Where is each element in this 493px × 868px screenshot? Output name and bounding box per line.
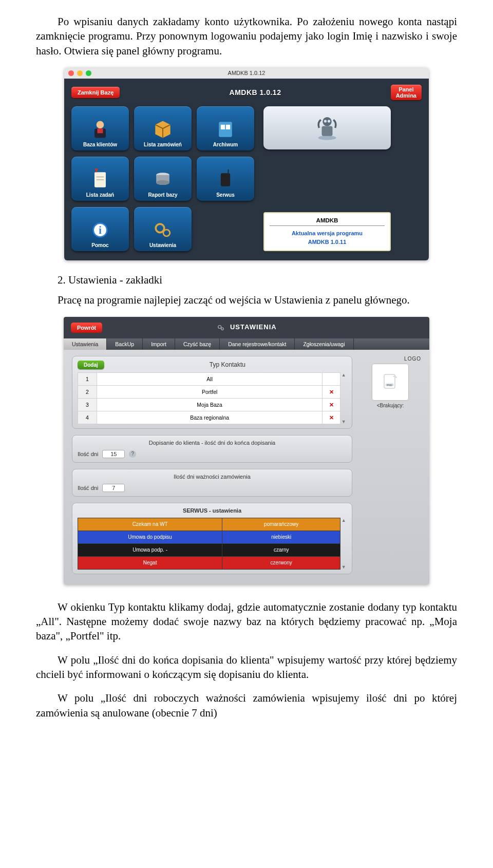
table-row[interactable]: 1All <box>78 372 340 385</box>
admin-line1: Panel <box>396 86 416 92</box>
status-name: Czekam na WT <box>78 518 222 531</box>
paragraph-sec2-intro: Pracę na programie najlepiej zacząć od w… <box>36 293 457 307</box>
row-name: Portfel <box>97 385 323 398</box>
table-row[interactable]: Czekam na WTpomarańczowy <box>78 518 340 531</box>
table-row[interactable]: 2Portfel✕ <box>78 385 340 398</box>
status-name: Umowa do podpisu <box>78 531 222 543</box>
orders-icon <box>151 119 174 140</box>
paragraph-ilosc-dni-dopis: W polu „Ilość dni do końca dopisania do … <box>36 653 457 682</box>
panel-serwus: SERWUS - ustawienia Czekam na WTpomarańc… <box>72 503 352 574</box>
row-num: 3 <box>78 398 97 411</box>
field-label: Ilość dni <box>78 451 98 457</box>
table-row[interactable]: Umowa podp. -czarny <box>78 543 340 556</box>
scrollbar[interactable]: ▲▼ <box>340 372 347 424</box>
svg-point-25 <box>221 328 224 330</box>
svg-text:i: i <box>99 224 102 236</box>
row-name: Baza regionalna <box>97 411 323 424</box>
field-label: Ilość dni <box>78 485 98 491</box>
serwus-color-table: Czekam na WTpomarańczowy Umowa do podpis… <box>78 518 340 570</box>
archive-icon <box>214 119 237 140</box>
version-line2: AMDKB 1.0.11 <box>270 238 385 247</box>
tile-label: Archiwum <box>213 142 238 147</box>
tile-serwus[interactable]: Serwus <box>197 157 254 201</box>
tile-pomoc[interactable]: i Pomoc <box>71 207 129 251</box>
svg-point-24 <box>218 325 221 328</box>
svg-rect-12 <box>221 173 230 186</box>
svg-rect-4 <box>221 125 225 129</box>
logo-label: LOGO <box>359 356 421 362</box>
gear-icon <box>216 323 225 332</box>
panel-title: Ilość dni ważności zamówienia <box>78 474 347 480</box>
close-db-button[interactable]: Zamknij Bazę <box>71 87 120 98</box>
delete-icon[interactable]: ✕ <box>323 385 340 398</box>
screenshot-settings: Powrót USTAWIENIA Ustawienia BackUp Impo… <box>64 317 429 584</box>
svg-text:PNG: PNG <box>387 384 392 386</box>
table-row[interactable]: Umowa do podpisuniebieski <box>78 531 340 543</box>
heading-section-2: 2. Ustawienia - zakładki <box>36 273 457 288</box>
app-topbar: Zamknij Bazę AMDKB 1.0.12 Panel Admina <box>71 84 422 101</box>
help-icon: i <box>89 220 111 240</box>
paragraph-intro: Po wpisaniu danych zakładamy konto użytk… <box>36 14 457 58</box>
delete-icon[interactable]: ✕ <box>323 398 340 411</box>
svg-point-0 <box>97 121 104 129</box>
panel-dopisanie: Dopisanie do klienta - ilość dni do końc… <box>72 435 352 463</box>
row-num: 2 <box>78 385 97 398</box>
tile-raport-bazy[interactable]: Raport bazy <box>134 157 192 201</box>
tab-backup[interactable]: BackUp <box>107 338 143 350</box>
panel-typ-kontaktu: Dodaj Typ Kontaktu 1All 2Portfel✕ 3Moja … <box>72 356 352 429</box>
delete-icon[interactable] <box>323 372 340 385</box>
app-brand: AMDKB 1.0.12 <box>230 88 281 97</box>
mac-titlebar: AMDKB 1.0.12 <box>64 67 429 79</box>
tasks-icon <box>89 169 111 190</box>
delete-icon[interactable]: ✕ <box>323 411 340 424</box>
typ-kontaktu-table: 1All 2Portfel✕ 3Moja Baza✕ 4Baza regiona… <box>78 372 340 424</box>
tile-grid: Baza klientów Lista zamówień Archiwum <box>71 106 254 251</box>
logo-caption: <Brakujący: <box>359 403 421 408</box>
image-file-icon: PNG <box>381 373 400 391</box>
admin-panel-button[interactable]: Panel Admina <box>391 85 422 100</box>
add-button[interactable]: Dodaj <box>78 361 104 369</box>
tile-archiwum[interactable]: Archiwum <box>197 106 254 150</box>
settings-left-column: Dodaj Typ Kontaktu 1All 2Portfel✕ 3Moja … <box>72 356 352 574</box>
panel-title: Typ Kontaktu <box>108 361 347 368</box>
status-color: czarny <box>222 543 340 556</box>
tab-import[interactable]: Import <box>143 338 175 350</box>
settings-right-column: LOGO PNG <Brakujący: <box>359 356 421 574</box>
scrollbar[interactable]: ▲▼ <box>340 518 347 570</box>
status-name: Negat <box>78 556 222 569</box>
tab-ustawienia[interactable]: Ustawienia <box>64 338 107 350</box>
version-card: AMDKB Aktualna wersja programu AMDKB 1.0… <box>263 212 391 251</box>
clients-icon <box>89 119 111 140</box>
tab-dane[interactable]: Dane rejestrowe/kontakt <box>220 338 295 350</box>
table-row[interactable]: Negatczerwony <box>78 556 340 569</box>
app-body: Zamknij Bazę AMDKB 1.0.12 Panel Admina B… <box>64 79 429 260</box>
panel-title: Dopisanie do klienta - ilość dni do końc… <box>78 440 347 446</box>
days-input[interactable]: 15 <box>102 450 125 458</box>
help-icon[interactable]: ? <box>129 450 136 458</box>
status-color: czerwony <box>222 556 340 569</box>
settings-title-text: USTAWIENIA <box>230 323 277 331</box>
tile-baza-klientow[interactable]: Baza klientów <box>71 106 129 150</box>
tile-lista-zamowien[interactable]: Lista zamówień <box>134 106 192 150</box>
right-column: AMDKB Aktualna wersja programu AMDKB 1.0… <box>263 106 391 251</box>
version-card-body: Aktualna wersja programu AMDKB 1.0.11 <box>270 229 385 246</box>
status-color: pomarańczowy <box>222 518 340 531</box>
settings-body: Dodaj Typ Kontaktu 1All 2Portfel✕ 3Moja … <box>64 350 429 584</box>
admin-line2: Admina <box>396 92 416 99</box>
days-input[interactable]: 7 <box>102 484 125 492</box>
tile-ustawienia[interactable]: Ustawienia <box>134 207 192 251</box>
tile-lista-zadan[interactable]: Lista zadań <box>71 157 129 201</box>
tab-czysc[interactable]: Czyść bazę <box>175 338 220 350</box>
document-page: Po wpisaniu danych zakładamy konto użytk… <box>0 0 493 750</box>
logo-placeholder[interactable]: PNG <box>372 364 409 401</box>
table-row[interactable]: 4Baza regionalna✕ <box>78 411 340 424</box>
svg-point-7 <box>95 168 98 171</box>
tab-zgloszenia[interactable]: Zgłoszenia/uwagi <box>295 338 353 350</box>
row-name: All <box>97 372 323 385</box>
version-card-heading: AMDKB <box>270 217 385 226</box>
row-name: Moja Baza <box>97 398 323 411</box>
table-row[interactable]: 3Moja Baza✕ <box>78 398 340 411</box>
tile-label: Baza klientów <box>83 142 117 147</box>
svg-point-21 <box>323 117 332 126</box>
settings-tabs: Ustawienia BackUp Import Czyść bazę Dane… <box>64 338 429 350</box>
